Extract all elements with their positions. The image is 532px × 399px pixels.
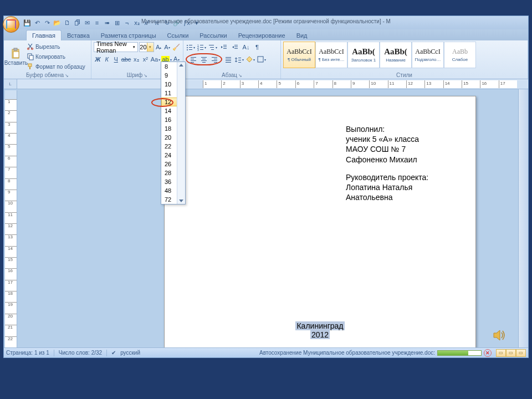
horizontal-ruler[interactable]: 1234567891011121314151617 xyxy=(172,80,527,88)
qat-undo-icon[interactable]: ↶ xyxy=(33,18,42,27)
style-Название[interactable]: AaBb(Название xyxy=(380,42,412,68)
italic-icon[interactable]: К xyxy=(103,54,111,64)
scrollbar[interactable] xyxy=(177,62,185,204)
window-title: Муниципальное образовательное учреждение… xyxy=(141,18,391,24)
tab-view[interactable]: Вид xyxy=(291,30,313,40)
strike-icon[interactable]: abc xyxy=(121,54,131,64)
case-icon[interactable]: Aa xyxy=(151,54,161,64)
svg-rect-17 xyxy=(200,47,203,48)
view-read-icon[interactable]: ▭ xyxy=(506,349,516,357)
font-size-dropdown[interactable]: 891011121416182022242628364872 xyxy=(161,62,186,204)
svg-rect-22 xyxy=(211,49,214,50)
vertical-ruler[interactable]: 12345678910111213141516171819202122 xyxy=(5,90,17,347)
svg-rect-11 xyxy=(189,47,192,48)
svg-rect-26 xyxy=(234,45,238,45)
subscript-icon[interactable]: x₂ xyxy=(132,54,141,64)
qat-redo-icon[interactable]: ↷ xyxy=(43,18,52,27)
status-autosave: Автосохранение Муниципальное образовател… xyxy=(259,350,435,356)
outdent-icon[interactable] xyxy=(219,42,229,52)
svg-rect-27 xyxy=(234,47,238,47)
align-right-icon[interactable] xyxy=(209,54,219,64)
sort-icon[interactable]: A↓ xyxy=(241,42,251,52)
font-size-dropdown-icon[interactable]: ▾ xyxy=(147,43,154,52)
qat-outdent-icon[interactable]: ≡ xyxy=(93,18,101,27)
status-language[interactable]: русский xyxy=(120,350,140,356)
indent-icon[interactable] xyxy=(230,42,240,52)
align-left-icon[interactable] xyxy=(188,54,198,64)
bold-icon[interactable]: Ж xyxy=(94,54,102,64)
align-center-icon[interactable] xyxy=(199,54,209,64)
svg-rect-2 xyxy=(13,52,19,58)
document-area[interactable]: Выполнил:ученик 5 «А» классаМАОУ СОШ № 7… xyxy=(17,89,528,347)
tab-insert[interactable]: Вставка xyxy=(62,30,95,40)
style-¶ Обычный[interactable]: AaBbCcI¶ Обычный xyxy=(283,42,315,68)
office-button[interactable] xyxy=(3,16,19,33)
svg-rect-39 xyxy=(212,60,217,61)
grow-font-icon[interactable]: A▴ xyxy=(155,42,162,52)
footer-year: 2012 xyxy=(310,330,330,339)
view-print-icon[interactable]: ▭ xyxy=(496,349,506,357)
page[interactable]: Выполнил:ученик 5 «А» классаМАОУ СОШ № 7… xyxy=(164,96,476,347)
qat-mail-icon[interactable]: ✉ xyxy=(83,18,91,27)
styles-gallery[interactable]: AaBbCcI¶ ОбычныйAaBbCcI¶ Без инте…AaBb(З… xyxy=(283,42,525,68)
group-paragraph: 123 A↓ ¶ Абзац xyxy=(183,40,281,79)
view-web-icon[interactable]: ▭ xyxy=(516,349,526,357)
qat-subscript-icon[interactable]: x₂ xyxy=(132,18,141,27)
qat-new-icon[interactable]: 🗋 xyxy=(63,18,71,27)
status-spellcheck-icon[interactable]: ✔ xyxy=(111,350,116,356)
ruler-corner[interactable]: L xyxy=(4,79,17,89)
svg-rect-15 xyxy=(200,45,203,45)
multilevel-icon[interactable] xyxy=(208,42,218,52)
font-size-value: 20 xyxy=(140,44,146,50)
underline-icon[interactable]: Ч xyxy=(112,54,120,64)
tab-home[interactable]: Главная xyxy=(26,30,62,40)
qat-break-icon[interactable]: ¬ xyxy=(122,18,131,27)
copy-button[interactable]: Копировать xyxy=(26,52,86,62)
qat-save-icon[interactable]: 💾 xyxy=(23,18,32,27)
status-words[interactable]: Число слов: 2/32 xyxy=(59,350,102,356)
line-spacing-icon[interactable] xyxy=(234,54,244,64)
clear-format-icon[interactable]: 🧹 xyxy=(172,42,181,52)
qat-open-icon[interactable]: 📂 xyxy=(53,18,62,27)
cut-button[interactable]: Вырезать xyxy=(26,42,86,52)
group-paragraph-label[interactable]: Абзац xyxy=(183,72,280,78)
align-annotation xyxy=(186,53,222,65)
svg-rect-43 xyxy=(226,60,231,61)
shrink-font-icon[interactable]: A▾ xyxy=(163,42,171,52)
format-painter-label: Формат по образцу xyxy=(35,64,85,70)
svg-rect-9 xyxy=(189,45,192,45)
svg-rect-46 xyxy=(238,60,241,60)
svg-rect-34 xyxy=(202,59,206,59)
autosave-cancel-icon[interactable]: ✕ xyxy=(484,349,492,357)
font-size-combo[interactable]: 20▾ xyxy=(139,42,154,52)
qat-copy-icon[interactable]: 🗍 xyxy=(73,18,81,27)
qat-table-icon[interactable]: ⊞ xyxy=(112,18,121,27)
bullets-icon[interactable] xyxy=(186,42,196,52)
shading-icon[interactable] xyxy=(245,54,255,64)
format-painter-button[interactable]: Формат по образцу xyxy=(26,62,86,71)
superscript-icon[interactable]: x² xyxy=(141,54,150,64)
font-name-combo[interactable]: Times New Roman▾ xyxy=(94,42,138,52)
style-¶ Без инте…[interactable]: AaBbCcI¶ Без инте… xyxy=(315,42,347,68)
qat-indent-icon[interactable]: ➠ xyxy=(103,18,111,27)
svg-rect-28 xyxy=(234,48,238,49)
status-page[interactable]: Страница: 1 из 1 xyxy=(6,350,49,356)
workspace: 12345678910111213141516171819202122 Выпо… xyxy=(4,89,528,347)
show-marks-icon[interactable]: ¶ xyxy=(252,42,262,52)
horizontal-ruler-wrap: L 1234567891011121314151617 xyxy=(4,79,528,89)
style-Подзаголо…[interactable]: AaBbCcIПодзаголо… xyxy=(412,42,444,68)
svg-rect-37 xyxy=(212,57,217,58)
align-justify-icon[interactable] xyxy=(223,54,233,64)
tab-mailings[interactable]: Рассылки xyxy=(194,30,232,40)
style-Заголовок 1[interactable]: AaBb(Заголовок 1 xyxy=(347,42,380,68)
sound-icon[interactable] xyxy=(492,328,507,345)
borders-icon[interactable] xyxy=(257,54,267,64)
paste-button[interactable]: Вставить xyxy=(6,42,26,71)
tab-references[interactable]: Ссылки xyxy=(162,30,195,40)
style-Слабое[interactable]: AaBbСлабое xyxy=(444,42,476,68)
numbering-icon[interactable]: 123 xyxy=(197,42,207,52)
vertical-scrollbar[interactable] xyxy=(518,89,528,347)
tab-layout[interactable]: Разметка страницы xyxy=(95,30,162,40)
tab-review[interactable]: Рецензирование xyxy=(233,30,291,40)
group-clipboard-label[interactable]: Буфер обмена xyxy=(4,72,91,78)
